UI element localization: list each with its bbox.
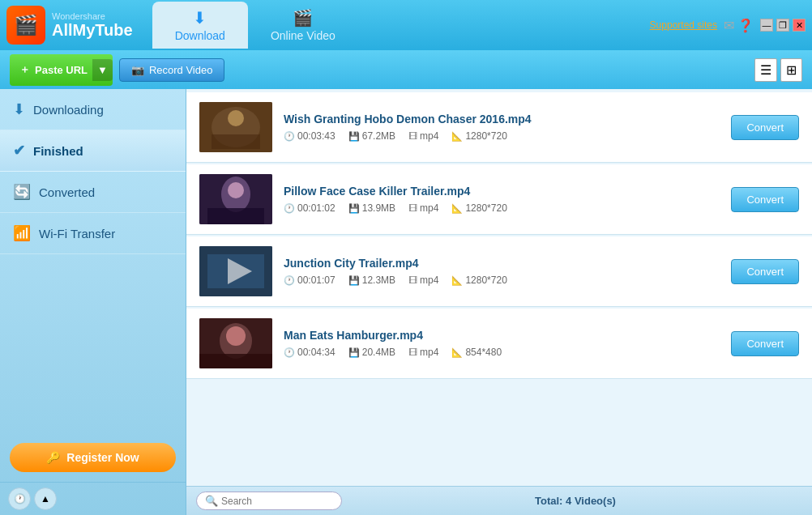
register-now-button[interactable]: 🔑 Register Now (10, 443, 176, 472)
titlebar: 🎬 Wondershare AllMyTube ⬇ Download 🎬 Onl… (0, 0, 812, 50)
downloading-icon: ⬇ (13, 100, 25, 118)
table-row: Junction City Trailer.mp4 🕐 00:01:07 💾 1… (186, 236, 812, 307)
file-icon: 💾 (348, 203, 360, 214)
sidebar-item-wifi[interactable]: 📶 Wi-Fi Transfer (0, 213, 186, 254)
main-layout: ⬇ Downloading ✔ Finished 🔄 Converted 📶 W… (0, 89, 812, 515)
video-thumbnail (199, 174, 272, 224)
converted-icon: 🔄 (13, 183, 31, 201)
file-icon: 💾 (348, 131, 360, 142)
resolution-item: 📐 1280*720 (451, 275, 506, 286)
tabs: ⬇ Download 🎬 Online Video (152, 2, 358, 49)
minimize-button[interactable]: — (760, 19, 773, 32)
history-button[interactable]: 🕐 (8, 487, 31, 510)
resolution-value: 1280*720 (465, 202, 506, 214)
sidebar-finished-label: Finished (33, 144, 83, 158)
record-video-label: Record Video (149, 64, 213, 76)
paste-url-dropdown-arrow[interactable]: ▼ (92, 59, 113, 81)
sidebar-wifi-label: Wi-Fi Transfer (39, 227, 115, 240)
sidebar-item-finished[interactable]: ✔ Finished (0, 130, 186, 172)
video-info: Man Eats Hamburger.mp4 🕐 00:04:34 💾 20.4… (284, 329, 720, 358)
sidebar-bottom: 🕐 ▲ (0, 482, 186, 515)
sidebar-item-converted[interactable]: 🔄 Converted (0, 172, 186, 213)
video-info: Wish Granting Hobo Demon Chaser 2016.mp4… (284, 113, 720, 142)
size-value: 20.4MB (362, 347, 395, 358)
file-icon: 💾 (348, 347, 360, 358)
clock-icon: 🕐 (284, 131, 295, 142)
resolution-item: 📐 854*480 (451, 347, 502, 358)
app-brand: Wondershare (52, 11, 133, 21)
tab-download[interactable]: ⬇ Download (152, 2, 248, 49)
format-value: mp4 (420, 347, 438, 358)
video-info: Pillow Face Case Killer Trailer.mp4 🕐 00… (284, 185, 720, 214)
duration-item: 🕐 00:04:34 (284, 347, 335, 358)
search-box[interactable]: 🔍 (196, 492, 342, 510)
grid-view-button[interactable]: ⊞ (780, 58, 802, 82)
search-input[interactable] (221, 496, 335, 507)
svg-rect-3 (212, 134, 260, 149)
paste-url-label: Paste URL (35, 64, 88, 76)
search-icon: 🔍 (205, 495, 218, 507)
thumb-svg-3 (199, 246, 272, 296)
duration-value: 00:01:07 (297, 275, 335, 286)
statusbar: 🔍 Total: 4 Video(s) (186, 486, 812, 515)
video-meta: 🕐 00:04:34 💾 20.4MB 🎞 mp4 📐 (284, 347, 720, 358)
size-item: 💾 67.2MB (348, 130, 395, 142)
convert-button[interactable]: Convert (731, 331, 799, 356)
size-item: 💾 13.9MB (348, 202, 395, 214)
sidebar-converted-label: Converted (39, 185, 95, 199)
format-value: mp4 (420, 275, 438, 286)
content-area: Wish Granting Hobo Demon Chaser 2016.mp4… (186, 89, 812, 515)
status-total: Total: 4 Video(s) (348, 495, 802, 507)
question-icon[interactable]: ❓ (737, 18, 754, 33)
tab-download-label: Download (175, 29, 225, 42)
video-list: Wish Granting Hobo Demon Chaser 2016.mp4… (186, 89, 812, 486)
register-label: Register Now (66, 451, 139, 464)
record-video-button[interactable]: 📷 Record Video (119, 58, 225, 82)
close-button[interactable]: ✕ (793, 19, 806, 32)
size-item: 💾 12.3MB (348, 275, 395, 286)
video-info: Junction City Trailer.mp4 🕐 00:01:07 💾 1… (284, 257, 720, 286)
message-icon[interactable]: ✉ (724, 18, 734, 33)
paste-url-button[interactable]: ＋ Paste URL ▼ (10, 54, 113, 86)
size-item: 💾 20.4MB (348, 347, 395, 358)
toolbar: ＋ Paste URL ▼ 📷 Record Video ☰ ⊞ (0, 50, 812, 89)
svg-point-14 (226, 326, 246, 346)
size-value: 13.9MB (362, 202, 395, 214)
resolution-value: 854*480 (465, 347, 502, 358)
thumb-svg-1 (199, 102, 272, 152)
wifi-icon: 📶 (13, 224, 31, 242)
toolbar-left: ＋ Paste URL ▼ 📷 Record Video (10, 54, 224, 86)
sidebar-downloading-label: Downloading (33, 103, 104, 117)
svg-rect-7 (207, 208, 264, 224)
table-row: Pillow Face Case Killer Trailer.mp4 🕐 00… (186, 164, 812, 235)
video-meta: 🕐 00:03:43 💾 67.2MB 🎞 mp4 📐 (284, 130, 720, 142)
video-title: Wish Granting Hobo Demon Chaser 2016.mp4 (284, 113, 720, 126)
format-item: 🎞 mp4 (408, 202, 438, 214)
convert-button[interactable]: Convert (731, 115, 799, 140)
resolution-value: 1280*720 (465, 275, 506, 286)
convert-button[interactable]: Convert (731, 259, 799, 284)
app-name-block: Wondershare AllMyTube (52, 11, 133, 39)
video-title: Junction City Trailer.mp4 (284, 257, 720, 270)
supported-sites-link[interactable]: Supported sites (650, 19, 717, 31)
list-view-button[interactable]: ☰ (754, 58, 777, 82)
duration-item: 🕐 00:01:07 (284, 275, 335, 286)
convert-button[interactable]: Convert (731, 187, 799, 212)
format-item: 🎞 mp4 (408, 347, 438, 358)
format-value: mp4 (420, 202, 438, 214)
tab-online-video[interactable]: 🎬 Online Video (248, 2, 358, 49)
duration-value: 00:03:43 (297, 130, 335, 142)
video-title: Pillow Face Case Killer Trailer.mp4 (284, 185, 720, 198)
resolution-icon: 📐 (451, 131, 463, 142)
expand-button[interactable]: ▲ (34, 487, 57, 510)
titlebar-left: 🎬 Wondershare AllMyTube ⬇ Download 🎬 Onl… (6, 2, 358, 49)
svg-rect-15 (199, 354, 272, 368)
restore-button[interactable]: ❐ (776, 19, 789, 32)
titlebar-right: Supported sites ✉ ❓ — ❐ ✕ (650, 18, 806, 33)
format-item: 🎞 mp4 (408, 130, 438, 142)
sidebar-item-downloading[interactable]: ⬇ Downloading (0, 89, 186, 130)
file-icon: 💾 (348, 275, 360, 286)
resolution-icon: 📐 (451, 347, 463, 358)
tab-online-label: Online Video (271, 29, 335, 42)
thumb-img (199, 102, 272, 152)
